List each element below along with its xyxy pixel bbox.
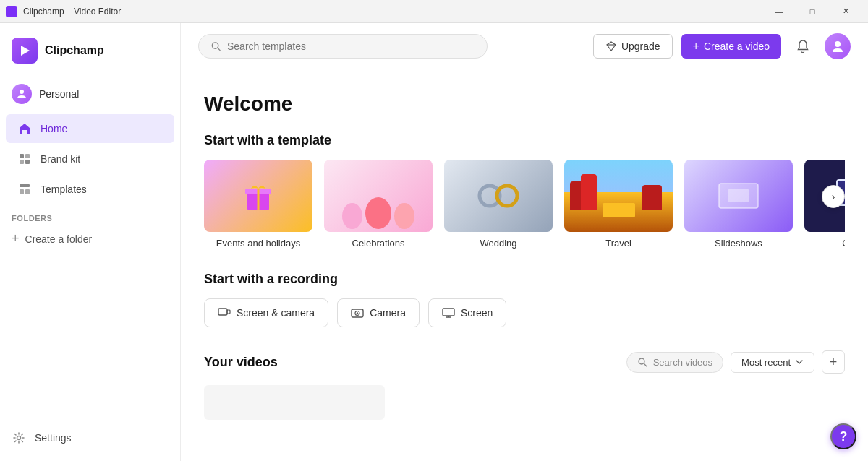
template-card-celebrations[interactable]: Celebrations (324, 160, 433, 249)
titlebar-title: Clipchamp – Video Editor (23, 7, 121, 17)
sidebar-item-brand-label: Brand kit (41, 153, 80, 165)
create-video-button[interactable]: + Create a video (681, 34, 781, 59)
sidebar-item-templates[interactable]: Templates (6, 175, 174, 204)
svg-rect-4 (20, 160, 24, 164)
settings-item[interactable]: Settings (0, 423, 180, 452)
template-thumb-wedding (444, 160, 553, 232)
create-plus-icon: + (693, 40, 699, 53)
screen-camera-button[interactable]: Screen & camera (204, 298, 328, 327)
sidebar-item-home[interactable]: Home (6, 114, 174, 143)
search-box[interactable] (198, 34, 488, 59)
video-placeholder (204, 385, 385, 420)
templates-icon (17, 182, 32, 197)
chevron-down-icon (795, 358, 804, 366)
sidebar-item-templates-label: Templates (41, 184, 87, 195)
notifications-button[interactable] (790, 33, 816, 59)
svg-marker-11 (607, 42, 616, 51)
app-icon (6, 6, 17, 17)
videos-search-box[interactable]: Search videos (626, 352, 723, 373)
close-button[interactable]: ✕ (829, 0, 862, 23)
user-avatar[interactable] (825, 33, 851, 59)
template-card-slideshows[interactable]: Slideshows (684, 160, 793, 249)
videos-section-header: Your videos Search videos Most recent (204, 350, 845, 374)
sidebar-item-brand[interactable]: Brand kit (6, 145, 174, 173)
sidebar-user-avatar (12, 84, 32, 104)
brand-icon (17, 152, 32, 166)
page-title: Welcome (204, 92, 845, 116)
svg-rect-29 (218, 309, 227, 315)
template-card-events[interactable]: Events and holidays (204, 160, 312, 249)
home-icon (17, 121, 32, 136)
svg-point-37 (639, 358, 644, 364)
svg-marker-0 (21, 46, 30, 56)
sidebar-user[interactable]: Personal (0, 78, 180, 110)
header-actions: Upgrade + Create a video (593, 33, 851, 59)
camera-icon (351, 306, 364, 319)
template-label-wedding: Wedding (444, 238, 553, 249)
main-content: Welcome Start with a template (181, 69, 868, 461)
svg-rect-2 (20, 154, 24, 158)
sidebar-user-name: Personal (39, 88, 79, 100)
search-icon (210, 40, 221, 52)
template-card-wedding[interactable]: Wedding (444, 160, 553, 249)
recording-section-title: Start with a recording (204, 272, 845, 287)
sidebar-item-home-label: Home (41, 123, 67, 134)
screen-button[interactable]: Screen (428, 298, 506, 327)
diamond-icon (605, 40, 617, 52)
create-folder-button[interactable]: + Create a folder (0, 225, 180, 252)
sidebar-logo[interactable]: Clipchamp (0, 32, 180, 78)
create-folder-label: Create a folder (25, 233, 93, 245)
upgrade-button[interactable]: Upgrade (593, 34, 673, 59)
screen-label: Screen (461, 307, 493, 319)
add-video-button[interactable]: + (822, 350, 845, 374)
screen-camera-label: Screen & camera (237, 307, 315, 319)
svg-rect-7 (20, 189, 24, 194)
videos-search-icon (637, 357, 647, 367)
camera-label: Camera (370, 307, 406, 319)
camera-button[interactable]: Camera (337, 298, 420, 327)
settings-label: Settings (35, 432, 72, 444)
screen-camera-icon (218, 306, 231, 319)
help-button[interactable]: ? (830, 423, 856, 449)
templates-next-button[interactable]: › (822, 185, 845, 208)
bell-icon (796, 39, 810, 53)
svg-rect-6 (20, 184, 30, 187)
template-label-travel: Travel (564, 238, 673, 249)
svg-rect-5 (25, 160, 30, 164)
search-input[interactable] (227, 40, 475, 52)
videos-search-placeholder: Search videos (653, 357, 712, 368)
template-card-travel[interactable]: Travel (564, 160, 673, 249)
screen-icon (442, 306, 455, 319)
videos-header-actions: Search videos Most recent + (626, 350, 845, 374)
videos-sort-label: Most recent (741, 357, 791, 368)
videos-list (204, 385, 845, 420)
header: Upgrade + Create a video (181, 23, 868, 69)
recording-buttons: Screen & camera Camera (204, 298, 845, 327)
template-label-slideshows: Slideshows (684, 238, 793, 249)
folders-label: FOLDERS (0, 205, 180, 225)
template-label-celebrations: Celebrations (324, 238, 433, 249)
videos-section-title: Your videos (204, 355, 278, 370)
svg-rect-34 (443, 309, 454, 316)
svg-rect-8 (25, 189, 30, 194)
template-thumb-travel (564, 160, 673, 232)
create-label: Create a video (704, 40, 770, 52)
videos-sort-button[interactable]: Most recent (731, 352, 814, 373)
template-thumb-celebrations (324, 160, 433, 232)
template-thumb-slideshows (684, 160, 793, 232)
svg-point-13 (835, 41, 841, 47)
sidebar-logo-text: Clipchamp (45, 44, 104, 57)
templates-section-title: Start with a template (204, 133, 845, 148)
template-label-gaming: Gaming (804, 238, 845, 249)
templates-row: Events and holidays Celebrations (204, 160, 845, 249)
sidebar-nav: Home Brand kit (0, 113, 180, 205)
titlebar: Clipchamp – Video Editor — □ ✕ (0, 0, 868, 23)
maximize-button[interactable]: □ (796, 0, 829, 23)
settings-icon (12, 431, 26, 445)
minimize-button[interactable]: — (762, 0, 796, 23)
svg-point-1 (20, 90, 24, 94)
app-logo-icon (12, 38, 38, 64)
add-plus-icon: + (830, 355, 838, 370)
help-icon: ? (840, 429, 848, 444)
create-folder-plus-icon: + (12, 231, 20, 246)
